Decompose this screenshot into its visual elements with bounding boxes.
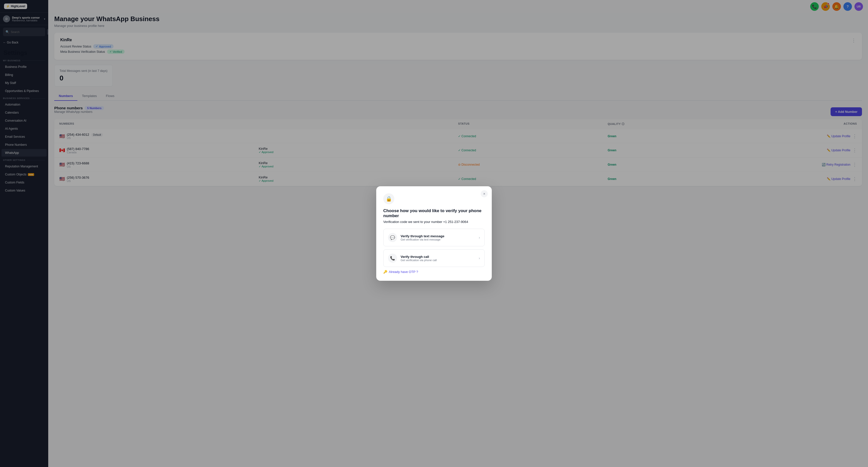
key-icon: 🔑 — [383, 270, 387, 274]
verify-phone-modal: × 🔒 Choose how you would like to verify … — [376, 186, 492, 281]
verify-text-option-text: Verify through text message Get verifica… — [401, 234, 475, 241]
modal-subtitle: Verification code we sent to your number… — [383, 220, 485, 224]
modal-title: Choose how you would like to verify your… — [383, 208, 485, 218]
verify-text-option[interactable]: 💬 Verify through text message Get verifi… — [383, 229, 485, 246]
phone-call-icon: 📞 — [388, 254, 397, 263]
modal-overlay[interactable]: × 🔒 Choose how you would like to verify … — [0, 0, 868, 467]
text-message-icon: 💬 — [388, 233, 397, 242]
chevron-right-icon: › — [479, 256, 480, 260]
lock-icon: 🔒 — [383, 193, 394, 204]
verify-call-option-text: Verify through call Get verification via… — [401, 255, 475, 262]
already-have-otp-link[interactable]: 🔑 Already have OTP ? — [383, 270, 485, 274]
chevron-right-icon: › — [479, 235, 480, 239]
verify-call-option[interactable]: 📞 Verify through call Get verification v… — [383, 249, 485, 267]
modal-close-button[interactable]: × — [481, 190, 488, 197]
